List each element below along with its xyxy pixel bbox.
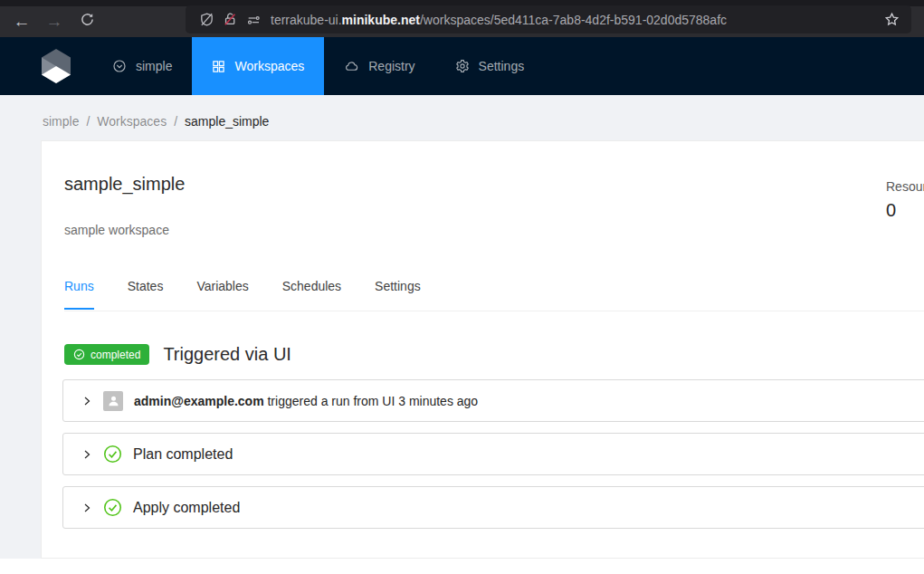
breadcrumb: simple / Workspaces / sample_simple <box>43 114 269 129</box>
trigger-detail: triggered a run from UI 3 minutes ago <box>267 394 478 408</box>
run-trigger-row[interactable]: admin@example.com triggered a run from U… <box>62 379 924 422</box>
url-text[interactable]: terrakube-ui.minikube.net/workspaces/5ed… <box>271 13 881 27</box>
nav-item-label: simple <box>136 59 172 73</box>
breadcrumb-workspaces[interactable]: Workspaces <box>97 114 167 129</box>
browser-nav-buttons: ← → <box>5 6 103 37</box>
chevron-right-icon <box>81 502 92 513</box>
trigger-text: admin@example.com triggered a run from U… <box>134 394 478 408</box>
breadcrumb-separator: / <box>174 114 177 129</box>
step-label: Apply completed <box>133 500 240 516</box>
breadcrumb-organization[interactable]: simple <box>43 114 79 129</box>
resources-label: Resources <box>886 179 924 194</box>
resources-value: 0 <box>886 200 924 221</box>
tab-schedules[interactable]: Schedules <box>282 279 341 310</box>
chevron-right-icon <box>81 396 92 407</box>
check-circle-icon <box>73 349 85 360</box>
run-header: completed Triggered via UI <box>64 344 291 365</box>
browser-toolbar: ← → <box>0 0 924 37</box>
resources-statistic: Resources 0 <box>886 179 924 221</box>
step-label: Plan completed <box>133 446 233 463</box>
tracking-protection-disabled-icon[interactable] <box>195 12 218 28</box>
nav-item-workspaces[interactable]: Workspaces <box>192 37 324 95</box>
forward-icon: → <box>46 12 63 32</box>
status-badge-label: completed <box>90 349 140 361</box>
apply-step-row[interactable]: Apply completed <box>62 486 924 529</box>
permissions-toggles-icon[interactable] <box>242 12 265 28</box>
tab-states[interactable]: States <box>128 279 164 310</box>
tab-variables[interactable]: Variables <box>196 279 248 310</box>
nav-item-label: Workspaces <box>234 59 304 73</box>
tab-settings[interactable]: Settings <box>375 279 421 310</box>
avatar <box>103 391 123 411</box>
app-header: simple Workspaces Registry <box>0 37 924 95</box>
reload-icon <box>80 12 95 32</box>
gear-icon <box>455 59 470 73</box>
run-title: Triggered via UI <box>163 344 291 365</box>
chevron-right-icon <box>81 449 92 460</box>
cloud-icon <box>344 60 359 73</box>
terrakube-logo-icon[interactable] <box>42 49 71 83</box>
nav-item-organization[interactable]: simple <box>92 37 192 95</box>
trigger-user: admin@example.com <box>134 394 264 408</box>
workspace-tabs: Runs States Variables Schedules Settings <box>64 279 421 310</box>
nav-item-settings[interactable]: Settings <box>435 37 545 95</box>
workspace-description: sample workspace <box>64 223 169 237</box>
nav-item-label: Settings <box>479 59 525 73</box>
reload-button[interactable] <box>71 8 103 35</box>
tabs-divider <box>64 311 924 311</box>
status-badge: completed <box>64 344 149 365</box>
plan-step-row[interactable]: Plan completed <box>62 433 924 475</box>
insecure-lock-icon[interactable] <box>218 12 242 28</box>
success-check-circle-icon <box>103 445 122 464</box>
tab-runs[interactable]: Runs <box>64 279 94 310</box>
breadcrumb-separator: / <box>86 114 90 129</box>
url-path: /workspaces/5ed411ca-7ab8-4d2f-b591-02d0… <box>420 13 727 27</box>
back-icon: ← <box>14 12 31 32</box>
appstore-grid-icon <box>212 60 225 73</box>
nav-item-label: Registry <box>368 59 414 73</box>
workspace-title: sample_simple <box>64 171 185 196</box>
url-bar[interactable]: terrakube-ui.minikube.net/workspaces/5ed… <box>186 5 911 33</box>
forward-button[interactable]: → <box>38 8 71 35</box>
breadcrumb-current: sample_simple <box>185 114 269 129</box>
workspace-card: sample_simple sample workspace Resources… <box>41 140 924 559</box>
bookmark-star-button[interactable] <box>881 9 902 31</box>
url-domain: minikube.net <box>342 13 420 27</box>
down-circle-icon <box>112 59 127 73</box>
back-button[interactable]: ← <box>5 8 38 35</box>
screen: ← → <box>0 0 924 574</box>
success-check-circle-icon <box>103 498 122 517</box>
nav-item-registry[interactable]: Registry <box>324 37 434 95</box>
url-subdomain: terrakube-ui. <box>271 13 342 27</box>
